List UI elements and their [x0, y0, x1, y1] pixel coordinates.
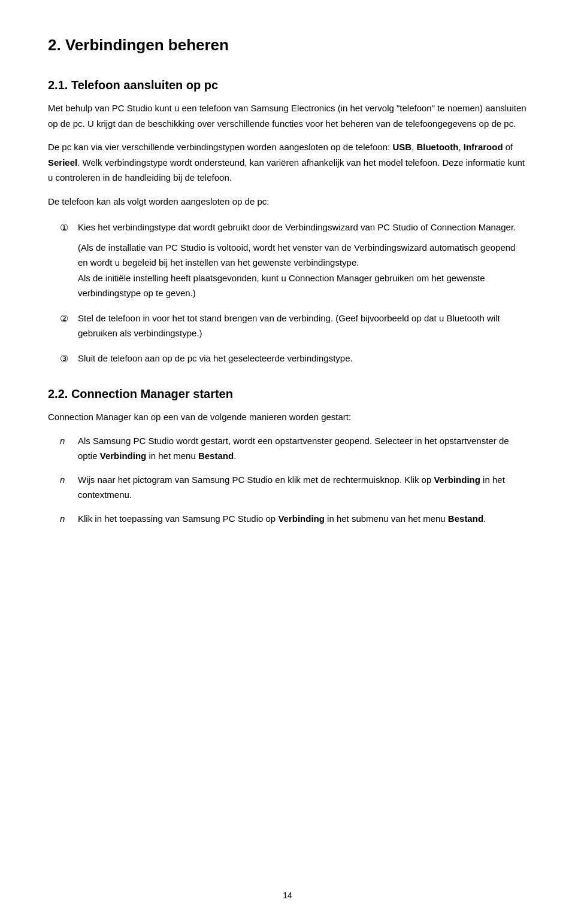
list-item: Klik in het toepassing van Samsung PC St… [60, 511, 527, 527]
step-number: ① [60, 220, 68, 236]
subsection2-heading: 2.2. Connection Manager starten [48, 387, 527, 401]
paragraph-2: De pc kan via vier verschillende verbind… [48, 139, 527, 186]
section-heading: 2. Verbindingen beheren [48, 36, 527, 54]
paragraph-4: Connection Manager kan op een van de vol… [48, 409, 527, 425]
step-2-main: Stel de telefoon in voor het tot stand b… [78, 313, 500, 339]
step-1-sub: (Als de installatie van PC Studio is vol… [78, 240, 527, 301]
subsection1-heading: 2.1. Telefoon aansluiten op pc [48, 78, 527, 92]
bullet-item-1: Als Samsung PC Studio wordt gestart, wor… [78, 436, 509, 461]
step-number: ② [60, 311, 68, 327]
list-item: Wijs naar het pictogram van Samsung PC S… [60, 472, 527, 503]
page-number: 14 [283, 890, 292, 900]
bullet-item-3: Klik in het toepassing van Samsung PC St… [78, 513, 486, 524]
step-1-main: Kies het verbindingstype dat wordt gebru… [78, 222, 516, 232]
bullet-item-2: Wijs naar het pictogram van Samsung PC S… [78, 475, 505, 500]
paragraph-1: Met behulp van PC Studio kunt u een tele… [48, 101, 527, 131]
paragraph-3: De telefoon kan als volgt worden aangesl… [48, 194, 527, 209]
list-item: Als Samsung PC Studio wordt gestart, wor… [60, 433, 527, 464]
page: 2. Verbindingen beheren 2.1. Telefoon aa… [0, 0, 575, 924]
steps-list: ① Kies het verbindingstype dat wordt geb… [60, 220, 527, 366]
list-item: ② Stel de telefoon in voor het tot stand… [60, 311, 527, 341]
step-3-main: Sluit de telefoon aan op de pc via het g… [78, 353, 353, 363]
bullet-list: Als Samsung PC Studio wordt gestart, wor… [60, 433, 527, 527]
list-item: ③ Sluit de telefoon aan op de pc via het… [60, 351, 527, 366]
step-number: ③ [60, 351, 68, 367]
list-item: ① Kies het verbindingstype dat wordt geb… [60, 220, 527, 301]
